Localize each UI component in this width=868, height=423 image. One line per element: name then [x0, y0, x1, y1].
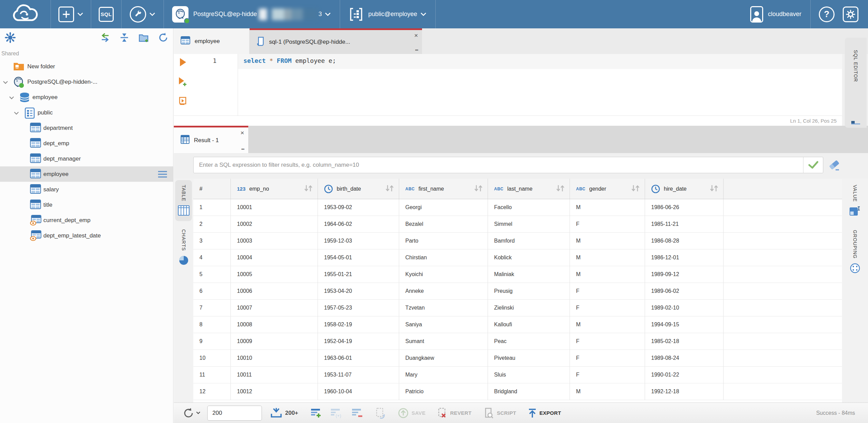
- grid-cell[interactable]: 10010: [231, 350, 318, 366]
- grid-cell[interactable]: Koblick: [488, 249, 570, 266]
- tab-table[interactable]: TABLE: [175, 180, 192, 221]
- grid-header-index[interactable]: #: [193, 179, 231, 199]
- row-index-cell[interactable]: 8: [193, 316, 231, 333]
- fetch-more-button[interactable]: 200+: [270, 408, 298, 419]
- sql-editor-button[interactable]: SQL: [99, 7, 114, 22]
- grid-cell[interactable]: Anneke: [399, 283, 488, 299]
- tab-grouping[interactable]: GROUPING: [843, 225, 867, 279]
- grid-cell[interactable]: Zielinski: [488, 300, 570, 316]
- tree-item-employee[interactable]: employee: [0, 166, 173, 182]
- collapse-all-button[interactable]: [119, 32, 129, 44]
- grid-cell[interactable]: Parto: [399, 233, 488, 249]
- grid-cell[interactable]: M: [570, 249, 645, 266]
- grid-cell[interactable]: 1958-02-19: [318, 316, 399, 333]
- new-connection-button[interactable]: [58, 6, 83, 22]
- tab-employee[interactable]: employee: [174, 28, 250, 54]
- tree-item-dept-emp[interactable]: dept_emp: [0, 136, 173, 151]
- grid-cell[interactable]: F: [570, 350, 645, 366]
- tree-item-dept-manager[interactable]: dept_manager: [0, 151, 173, 166]
- new-folder-button[interactable]: [138, 32, 149, 44]
- grid-cell[interactable]: 1994-09-15: [645, 316, 724, 333]
- grid-header-gender[interactable]: ABCgender: [570, 179, 645, 199]
- grid-cell[interactable]: 1953-09-02: [318, 199, 399, 216]
- refresh-result-button[interactable]: [183, 407, 200, 419]
- grid-cell[interactable]: Kyoichi: [399, 266, 488, 283]
- grid-cell[interactable]: F: [570, 283, 645, 299]
- grid-header-last_name[interactable]: ABClast_name: [488, 179, 570, 199]
- row-index-cell[interactable]: 12: [193, 383, 231, 400]
- fetch-size-input[interactable]: [207, 406, 262, 421]
- grid-cell[interactable]: 1964-06-02: [318, 216, 399, 232]
- row-index-cell[interactable]: 10: [193, 350, 231, 366]
- tree-item-employee[interactable]: employee: [0, 90, 173, 105]
- execute-script-button[interactable]: [178, 96, 187, 107]
- grid-cell[interactable]: 1957-05-23: [318, 300, 399, 316]
- code-area[interactable]: select * FROM employee e;: [238, 54, 842, 115]
- sort-icon[interactable]: [556, 185, 565, 193]
- grid-cell[interactable]: 10003: [231, 233, 318, 249]
- connection-selector[interactable]: PostgreSQL@ep-hidde 3: [172, 6, 331, 23]
- grid-cell[interactable]: Tzvetan: [399, 300, 488, 316]
- grid-cell[interactable]: Peac: [488, 333, 570, 350]
- tab-sql-editor-panel[interactable]: SQL EDITOR: [845, 38, 867, 128]
- tree-item-public[interactable]: public: [0, 105, 173, 120]
- grid-cell[interactable]: 10007: [231, 300, 318, 316]
- settings-button[interactable]: [843, 6, 858, 22]
- grid-cell[interactable]: 10006: [231, 283, 318, 299]
- grid-cell[interactable]: 10012: [231, 383, 318, 400]
- schema-selector[interactable]: public@employee: [349, 7, 426, 22]
- sort-icon[interactable]: [631, 185, 640, 193]
- grid-cell[interactable]: F: [570, 367, 645, 383]
- grid-cell[interactable]: Bamford: [488, 233, 570, 249]
- save-button[interactable]: SAVE: [398, 408, 425, 419]
- connection-tools-button[interactable]: [130, 6, 155, 23]
- grid-cell[interactable]: Bezalel: [399, 216, 488, 232]
- grid-cell[interactable]: 1992-12-18: [645, 383, 724, 400]
- grid-cell[interactable]: Sumant: [399, 333, 488, 350]
- grid-cell[interactable]: 1989-02-10: [645, 300, 724, 316]
- sort-icon[interactable]: [304, 185, 313, 193]
- grid-cell[interactable]: 10001: [231, 199, 318, 216]
- close-icon[interactable]: ×: [240, 129, 244, 136]
- grid-cell[interactable]: Patricio: [399, 383, 488, 400]
- item-menu-icon[interactable]: [157, 170, 168, 180]
- grid-cell[interactable]: Georgi: [399, 199, 488, 216]
- row-index-cell[interactable]: 3: [193, 233, 231, 249]
- sort-icon[interactable]: [385, 185, 394, 193]
- apply-changes-button[interactable]: [375, 407, 386, 419]
- apply-filter-button[interactable]: [803, 157, 823, 173]
- grid-cell[interactable]: 1989-08-24: [645, 350, 724, 366]
- tree-item-dept-emp-latest-date[interactable]: dept_emp_latest_date: [0, 228, 173, 243]
- tree-item-title[interactable]: title: [0, 197, 173, 213]
- grid-cell[interactable]: 10005: [231, 266, 318, 283]
- grid-cell[interactable]: Facello: [488, 199, 570, 216]
- tree-item-new-folder[interactable]: New folder: [0, 59, 173, 74]
- grid-cell[interactable]: 10009: [231, 333, 318, 350]
- row-index-cell[interactable]: 5: [193, 266, 231, 283]
- grid-cell[interactable]: 1954-05-01: [318, 249, 399, 266]
- grid-cell[interactable]: 10004: [231, 249, 318, 266]
- tree-item-postgresql-ep-hidden-[interactable]: PostgreSQL@ep-hidden-...: [0, 74, 173, 90]
- row-index-cell[interactable]: 9: [193, 333, 231, 350]
- grid-cell[interactable]: Simmel: [488, 216, 570, 232]
- grid-cell[interactable]: Preusig: [488, 283, 570, 299]
- grid-cell[interactable]: Chirstian: [399, 249, 488, 266]
- row-index-cell[interactable]: 11: [193, 367, 231, 383]
- grid-cell[interactable]: 1953-04-20: [318, 283, 399, 299]
- grid-cell[interactable]: 1985-11-21: [645, 216, 724, 232]
- grid-cell[interactable]: Maliniak: [488, 266, 570, 283]
- sidebar-settings-button[interactable]: [5, 32, 16, 44]
- delete-row-button[interactable]: [351, 408, 363, 419]
- duplicate-row-button[interactable]: (+): [330, 408, 343, 419]
- grid-cell[interactable]: Saniya: [399, 316, 488, 333]
- chevron-down-icon[interactable]: [9, 95, 14, 101]
- grid-cell[interactable]: 1955-01-21: [318, 266, 399, 283]
- tab-sql-1[interactable]: sql-1 (PostgreSQL@ep-hidde... × •••: [250, 28, 422, 54]
- tab-menu-icon[interactable]: •••: [415, 48, 418, 52]
- tree-item-current-dept-emp[interactable]: current_dept_emp: [0, 213, 173, 228]
- grid-header-emp_no[interactable]: 123emp_no: [231, 179, 318, 199]
- execute-query-button[interactable]: [179, 57, 187, 68]
- row-index-cell[interactable]: 1: [193, 199, 231, 216]
- grid-header-birth_date[interactable]: birth_date: [318, 179, 399, 199]
- grid-cell[interactable]: 1990-01-22: [645, 367, 724, 383]
